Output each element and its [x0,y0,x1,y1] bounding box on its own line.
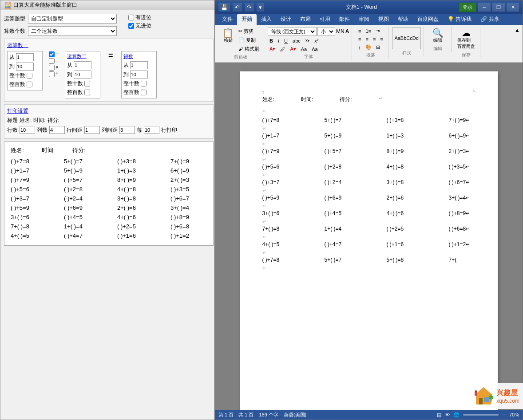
print-rows-input[interactable] [20,126,35,134]
word-redo-btn[interactable]: ↷ [245,3,254,12]
numbering-button[interactable]: 1≡ [364,27,373,35]
operand-count-select[interactable]: 二个运算数 [28,26,117,36]
operand1-to-row: 到 [9,63,40,71]
superscript-button[interactable]: x² [313,37,320,44]
align-right-button[interactable]: ≡ [371,35,377,43]
word-close-btn[interactable]: ✕ [507,3,519,12]
view-normal-btn[interactable]: ▤ [437,412,441,418]
underline-button[interactable]: U [282,37,289,44]
shading-button[interactable]: 🎨 [364,43,373,51]
math-expr: ( )+2=5 [117,223,162,230]
word-save-btn[interactable]: 💾 [218,3,230,12]
print-per-input[interactable] [144,126,159,134]
tab-file[interactable]: 文件 [218,14,237,25]
tab-insert[interactable]: 插入 [257,14,276,25]
font-name-select[interactable]: 等线 (西文正文) [268,27,317,36]
op-divide-checkbox[interactable] [49,71,55,77]
zoom-slider[interactable] [463,414,499,416]
indent-button[interactable]: ⇥ [374,27,381,35]
print-rowspace-input[interactable] [84,126,100,134]
print-score-label: 得分: [48,117,59,124]
align-left-button[interactable]: ≡ [357,35,363,43]
result-decade-checkbox[interactable] [141,81,147,86]
justify-button[interactable]: ≡ [378,35,384,43]
tab-references[interactable]: 引用 [315,14,335,25]
op-plus-checkbox[interactable] [49,51,55,57]
op2-hundred-checkbox[interactable] [84,90,90,95]
house-svg [472,385,495,407]
tab-view[interactable]: 视图 [374,14,393,25]
op1-decade-checkbox[interactable] [27,73,32,79]
word-doc-area[interactable]: ┐ └ 姓名: 时间: 得分: ↵ ↵ ( )+7=85+( )=7( )+3=… [215,63,523,410]
result-from-label: 从 [123,62,129,69]
math-expr: ( )+8=9 [170,214,214,220]
cut-button[interactable]: ✂ 剪切 [237,27,261,35]
print-rows-label: 行数 [7,126,18,134]
ribbon-collapse[interactable]: ▲ [515,27,520,33]
font-color-button[interactable]: A▾ [268,45,277,53]
op2-from-input[interactable] [74,61,91,69]
result-hundred-checkbox[interactable] [141,90,147,95]
word-customize-btn[interactable]: ▾ [257,3,264,12]
styles-button[interactable]: AaBbCcDd [392,27,420,49]
italic-button[interactable]: I [276,37,281,44]
result-from-input[interactable] [130,61,148,69]
tab-help[interactable]: 帮助 [393,14,413,25]
math-expr: ( )+3=5 [170,186,214,192]
tab-mail[interactable]: 邮件 [335,14,354,25]
strikethrough-button[interactable]: abc [291,37,302,44]
tab-share[interactable]: 🔗 共享 [476,14,503,25]
tab-baidu[interactable]: 百度网盘 [413,14,443,25]
word-math-item: ( )+2=5 [387,226,436,232]
tab-home[interactable]: 开始 [237,14,257,25]
word-login-button[interactable]: 登录 [459,3,476,12]
print-cols-input[interactable] [49,126,65,134]
word-math-item: ( )+6=8↵ [449,226,498,232]
paste-button[interactable]: 📋 粘贴 [220,27,236,45]
result-decade-row: 整十数 [123,80,155,87]
font-bg-button[interactable]: A▾ [288,45,297,53]
op-minus-checkbox[interactable] [49,58,55,64]
clear-format-button[interactable]: Aa [299,46,309,53]
op1-to-input[interactable] [16,63,34,71]
highlight-button[interactable]: 🖊 [278,46,287,53]
bold-button[interactable]: B [268,37,275,44]
view-web-btn[interactable]: 🌐 [453,412,460,418]
align-center-button[interactable]: ≡ [364,35,370,43]
tab-design[interactable]: 设计 [276,14,296,25]
result-to-input[interactable] [130,71,148,79]
tab-review[interactable]: 审阅 [354,14,374,25]
op1-hundred-checkbox[interactable] [27,82,32,87]
word-math-row: 3+( )=6( )+4=54+( )=6( )+8=9↵ [262,210,475,216]
print-colspace-input[interactable] [119,126,135,134]
math-expr: ( )+4=7 [64,232,108,239]
word-math-item: ( )+3=8 [387,117,436,123]
bullets-button[interactable]: ≡ [357,27,363,35]
subscript-button[interactable]: x₂ [304,37,312,44]
word-minimize-btn[interactable]: ─ [478,3,491,12]
copy-button[interactable]: 📄 复制 [237,36,261,44]
border-button[interactable]: ⊞ [374,43,382,51]
op2-decade-checkbox[interactable] [84,81,90,86]
font-size-select[interactable]: 小三 [317,27,335,36]
line-spacing-button[interactable]: ↕ [357,43,363,51]
aa-button[interactable]: Aa [310,46,319,53]
op2-to-input[interactable] [74,71,91,79]
format-painter-button[interactable]: 🖌 格式刷 [237,45,261,53]
word-undo-btn[interactable]: ↶ [233,3,242,12]
operation-type-select[interactable]: 自己定制题型 [28,14,117,24]
language: 英语(美国) [284,412,306,418]
editing-button[interactable]: 🔍 编辑 [430,27,446,45]
tab-layout[interactable]: 布局 [296,14,315,25]
save-baidu-button[interactable]: ☁ 保存到百度网盘 [455,27,477,51]
op1-from-input[interactable] [16,53,34,61]
watermark-text-area: 兴趣屋 xqu5.com [496,389,519,404]
clipboard-label: 剪贴板 [234,54,247,60]
view-read-btn[interactable]: 👁 [445,412,450,417]
has-carry-checkbox[interactable] [128,15,134,20]
word-restore-btn[interactable]: ❐ [492,3,505,12]
result-to-label: 到 [123,71,129,79]
tab-tellme[interactable]: 💡 告诉我 [443,14,476,25]
no-carry-checkbox[interactable] [128,23,134,29]
op-times-checkbox[interactable] [49,65,55,71]
